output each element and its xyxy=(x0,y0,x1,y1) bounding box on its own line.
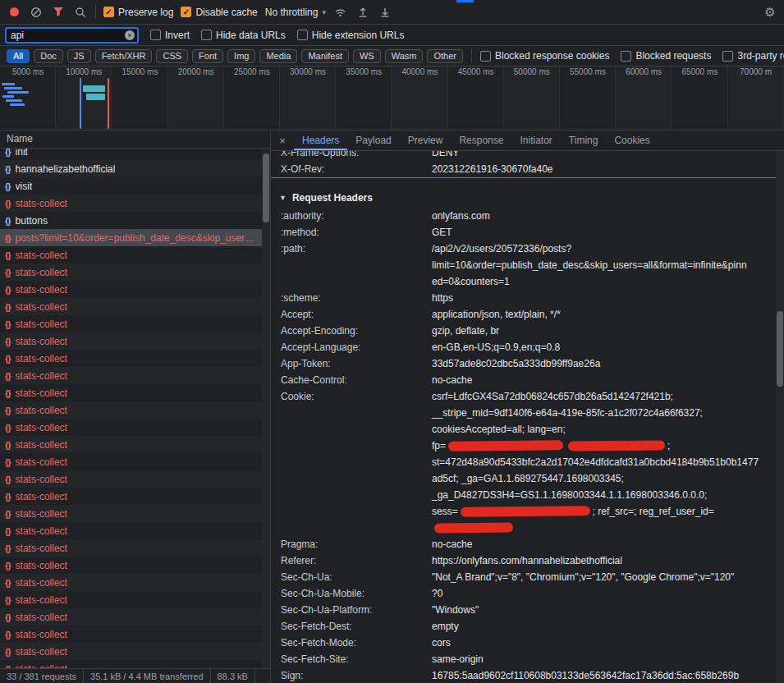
preserve-log-checkbox[interactable]: Preserve log xyxy=(103,7,173,18)
script-icon: {} xyxy=(5,181,11,191)
type-filter-manifest[interactable]: Manifest xyxy=(301,49,349,63)
script-icon: {} xyxy=(5,371,11,381)
request-row[interactable]: {}hannahelizabethofficial xyxy=(0,160,270,177)
settings-gear-icon[interactable]: ⚙ xyxy=(763,5,777,20)
request-row[interactable]: {}visit xyxy=(0,177,270,195)
request-row[interactable]: {}stats-collect xyxy=(0,522,270,539)
request-headers-section[interactable]: ▼ Request Headers xyxy=(271,188,784,208)
request-name: stats-collect xyxy=(16,594,67,606)
requests-scrollbar[interactable] xyxy=(262,149,270,668)
type-filter-css[interactable]: CSS xyxy=(156,49,188,63)
name-column-header[interactable]: Name xyxy=(0,131,270,149)
tab-preview[interactable]: Preview xyxy=(400,131,452,150)
tab-payload[interactable]: Payload xyxy=(347,131,399,150)
request-row[interactable]: {}stats-collect xyxy=(0,281,270,298)
request-row[interactable]: {}stats-collect xyxy=(0,453,270,470)
request-row[interactable]: {}stats-collect xyxy=(0,539,270,557)
request-row[interactable]: {}stats-collect xyxy=(0,195,270,212)
request-row[interactable]: {}stats-collect xyxy=(0,298,270,315)
request-row[interactable]: {}stats-collect xyxy=(0,419,270,436)
request-row[interactable]: {}stats-collect xyxy=(0,470,270,488)
clear-network-log-icon[interactable] xyxy=(29,5,44,20)
throttling-select[interactable]: No throttling ▾ xyxy=(265,7,326,18)
request-row[interactable]: {}posts?limit=10&order=publish_date_desc… xyxy=(0,229,270,246)
request-row[interactable]: {}stats-collect xyxy=(0,608,270,626)
clear-filter-icon[interactable]: × xyxy=(125,30,135,40)
request-row[interactable]: {}stats-collect xyxy=(0,264,270,281)
disable-cache-label: Disable cache xyxy=(195,7,257,18)
tab-response[interactable]: Response xyxy=(451,131,511,150)
3rd-party-requests-checkbox[interactable]: 3rd-party requests xyxy=(722,50,784,62)
tab-cookies[interactable]: Cookies xyxy=(606,131,658,150)
import-har-icon[interactable] xyxy=(355,5,370,20)
request-row[interactable]: {}stats-collect xyxy=(0,626,270,643)
checkbox-label: Hide extension URLs xyxy=(312,30,405,41)
filter-icon[interactable] xyxy=(51,5,66,20)
request-row[interactable]: {}stats-collect xyxy=(0,488,270,505)
hide-data-urls-checkbox[interactable]: Hide data URLs xyxy=(201,30,286,41)
event-marker-line xyxy=(108,78,109,129)
request-row[interactable]: {}stats-collect xyxy=(0,332,270,350)
export-har-icon[interactable] xyxy=(378,5,392,20)
checkbox-label: Blocked requests xyxy=(635,50,711,62)
request-row[interactable]: {}stats-collect xyxy=(0,643,270,660)
type-filter-ws[interactable]: WS xyxy=(353,49,381,63)
type-filter-img[interactable]: Img xyxy=(227,49,255,63)
timeline-tick: 50000 ms xyxy=(504,66,560,78)
blocked-requests-checkbox[interactable]: Blocked requests xyxy=(621,50,711,62)
blocked-response-cookies-checkbox[interactable]: Blocked response cookies xyxy=(480,50,609,62)
invert-checkbox[interactable]: Invert xyxy=(150,30,190,41)
header-row: Pragma:no-cache xyxy=(271,536,784,552)
script-icon: {} xyxy=(5,578,11,588)
tab-timing[interactable]: Timing xyxy=(561,131,607,150)
redaction-scribble xyxy=(448,440,563,451)
request-name: buttons xyxy=(16,215,48,227)
type-filter-fetch-xhr[interactable]: Fetch/XHR xyxy=(95,49,153,63)
header-row: Sec-Fetch-Dest:empty xyxy=(271,618,784,635)
devtools-network-panel: Preserve log Disable cache No throttling… xyxy=(0,0,784,683)
checkbox-box-icon xyxy=(621,51,631,62)
request-name: stats-collect xyxy=(16,301,67,313)
request-row[interactable]: {}stats-collect xyxy=(0,384,270,401)
request-row[interactable]: {}stats-collect xyxy=(0,591,270,608)
tab-headers[interactable]: Headers xyxy=(294,131,347,150)
request-row[interactable]: {}stats-collect xyxy=(0,505,270,522)
request-row[interactable]: {}init xyxy=(0,149,270,160)
request-row[interactable]: {}stats-collect xyxy=(0,315,270,332)
search-icon[interactable] xyxy=(73,5,88,20)
request-row[interactable]: {}stats-collect xyxy=(0,350,270,367)
details-scrollbar[interactable] xyxy=(776,151,784,683)
network-conditions-icon[interactable] xyxy=(333,5,348,20)
request-row[interactable]: {}stats-collect xyxy=(0,660,270,668)
header-row: App-Token:33d57ade8c02dbc5a333db99ff9ae2… xyxy=(271,355,784,372)
request-row[interactable]: {}stats-collect xyxy=(0,401,270,419)
type-filter-doc[interactable]: Doc xyxy=(34,49,63,63)
disable-cache-checkbox[interactable]: Disable cache xyxy=(181,7,257,18)
type-filter-js[interactable]: JS xyxy=(67,49,91,63)
header-value: https://onlyfans.com/hannahelizabethoffi… xyxy=(432,552,784,569)
checkbox-label: 3rd-party requests xyxy=(737,50,784,62)
scrollbar-thumb[interactable] xyxy=(777,311,783,387)
record-icon[interactable] xyxy=(7,5,21,20)
request-row[interactable]: {}buttons xyxy=(0,212,270,229)
type-filter-wasm[interactable]: Wasm xyxy=(385,49,424,63)
timeline-overview[interactable]: 5000 ms10000 ms15000 ms20000 ms25000 ms3… xyxy=(0,66,784,131)
hide-extension-urls-checkbox[interactable]: Hide extension URLs xyxy=(297,30,405,41)
request-row[interactable]: {}stats-collect xyxy=(0,246,270,264)
type-filter-all[interactable]: All xyxy=(7,49,30,63)
type-filter-font[interactable]: Font xyxy=(192,49,223,63)
close-details-icon[interactable]: × xyxy=(271,135,294,147)
request-row[interactable]: {}stats-collect xyxy=(0,436,270,453)
type-filter-other[interactable]: Other xyxy=(427,49,463,63)
tab-initiator[interactable]: Initiator xyxy=(511,131,560,150)
filter-input[interactable] xyxy=(5,27,139,44)
header-value: no-cache xyxy=(432,536,784,552)
chevron-down-icon: ▾ xyxy=(322,8,326,16)
script-icon: {} xyxy=(5,543,11,553)
type-filter-media[interactable]: Media xyxy=(259,49,297,63)
scrollbar-thumb[interactable] xyxy=(263,154,269,222)
request-row[interactable]: {}stats-collect xyxy=(0,557,270,574)
request-row[interactable]: {}stats-collect xyxy=(0,367,270,384)
request-row[interactable]: {}stats-collect xyxy=(0,574,270,591)
script-icon: {} xyxy=(5,268,11,277)
